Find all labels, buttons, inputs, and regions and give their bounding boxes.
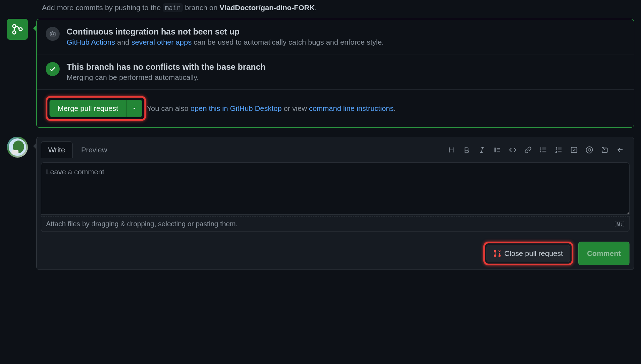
conflicts-sub: Merging can be performed automatically. — [67, 73, 266, 82]
merge-pull-request-button[interactable]: Merge pull request — [50, 100, 126, 117]
svg-point-11 — [541, 151, 541, 152]
svg-point-9 — [541, 147, 541, 148]
mention-icon[interactable] — [585, 145, 594, 154]
tab-row: Write Preview — [37, 137, 634, 158]
svg-point-16 — [499, 255, 500, 257]
tab-preview[interactable]: Preview — [74, 141, 115, 158]
svg-point-4 — [51, 34, 52, 35]
heading-icon[interactable] — [447, 145, 456, 154]
merge-highlight: Merge pull request — [46, 96, 146, 121]
merge-action-row: Merge pull request You can also open thi… — [37, 89, 634, 127]
other-apps-link[interactable]: several other apps — [131, 38, 192, 46]
svg-point-15 — [494, 255, 496, 257]
reply-icon[interactable] — [616, 145, 625, 154]
markdown-badge[interactable]: M↓ — [615, 221, 624, 227]
close-label: Close pull request — [504, 249, 563, 258]
comment-button[interactable]: Comment — [578, 242, 629, 265]
user-avatar[interactable] — [7, 137, 28, 158]
merge-hint: You can also open this in GitHub Desktop… — [147, 104, 396, 113]
svg-point-13 — [588, 149, 590, 151]
comment-panel: Write Preview Attach files by dragging — [36, 137, 634, 270]
hint-suffix: . — [315, 3, 317, 12]
svg-point-1 — [13, 31, 16, 34]
svg-point-5 — [53, 34, 54, 35]
bold-icon[interactable] — [462, 145, 471, 154]
attach-hint: Attach files by dragging & dropping, sel… — [46, 220, 237, 228]
ci-title: Continuous integration has not been set … — [67, 27, 384, 37]
hint-prefix: Add more commits by pushing to the — [42, 3, 163, 12]
merge-status-badge — [7, 19, 28, 40]
svg-point-0 — [13, 25, 16, 28]
link-icon[interactable] — [523, 145, 533, 154]
svg-point-10 — [541, 150, 541, 150]
ci-sub: GitHub Actions and several other apps ca… — [67, 38, 384, 46]
git-pr-closed-icon — [494, 250, 501, 257]
svg-point-14 — [494, 250, 496, 252]
conflicts-title: This branch has no conflicts with the ba… — [67, 62, 266, 72]
italic-icon[interactable] — [477, 145, 487, 154]
check-icon — [46, 62, 60, 76]
merge-options-dropdown[interactable] — [126, 100, 142, 117]
cli-instructions-link[interactable]: command line instructions — [309, 104, 394, 112]
conflicts-section: This branch has no conflicts with the ba… — [37, 54, 634, 89]
attach-row[interactable]: Attach files by dragging & dropping, sel… — [41, 216, 629, 232]
open-desktop-link[interactable]: open this in GitHub Desktop — [190, 104, 281, 112]
ci-section: Continuous integration has not been set … — [37, 19, 634, 54]
merge-panel: Continuous integration has not been set … — [36, 19, 634, 128]
close-highlight: Close pull request — [483, 242, 573, 265]
ordered-list-icon[interactable] — [554, 145, 563, 154]
cross-reference-icon[interactable] — [600, 145, 609, 154]
hint-mid: branch on — [183, 3, 219, 12]
branch-name: main — [163, 3, 183, 12]
svg-rect-12 — [571, 147, 577, 152]
bot-icon — [46, 27, 60, 41]
caret-down-icon — [132, 106, 136, 111]
code-icon[interactable] — [508, 145, 517, 154]
git-merge-icon — [11, 23, 24, 36]
push-hint: Add more commits by pushing to the main … — [42, 3, 634, 12]
close-pull-request-button[interactable]: Close pull request — [487, 245, 570, 262]
comment-textarea[interactable] — [41, 162, 629, 215]
svg-rect-8 — [12, 150, 18, 154]
repo-name: VladDoctor/gan-dino-FORK — [220, 3, 315, 12]
tab-write[interactable]: Write — [41, 141, 73, 158]
comment-actions: Close pull request Comment — [37, 236, 634, 270]
bullet-list-icon[interactable] — [539, 145, 548, 154]
svg-rect-3 — [50, 32, 55, 36]
tasklist-icon[interactable] — [570, 145, 579, 154]
avatar-image — [9, 138, 26, 156]
github-actions-link[interactable]: GitHub Actions — [67, 38, 115, 46]
quote-icon[interactable] — [493, 145, 502, 154]
formatting-toolbar — [447, 145, 629, 154]
